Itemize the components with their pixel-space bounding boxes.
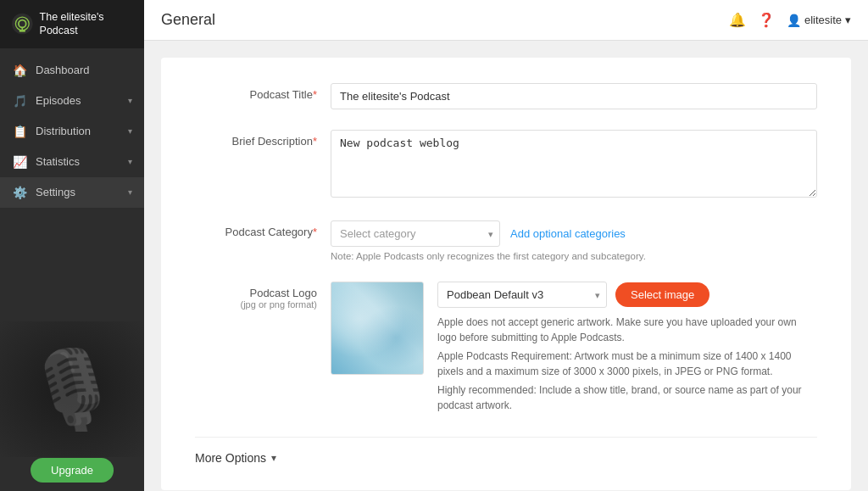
logo-content-row: Podbean Default v3 ▾ Select image Apple … [331,282,817,416]
logo-row: Podcast Logo (jpg or png format) Pod [195,282,817,416]
user-icon: 👤 [787,14,801,27]
more-options-label: More Options [195,451,266,465]
sidebar-item-settings[interactable]: ⚙️ Settings ▾ [0,177,144,208]
select-image-button[interactable]: Select image [615,282,709,307]
divider [195,437,817,438]
logo-style-select[interactable]: Podbean Default v3 [437,282,607,308]
sidebar-header: The elitesite's Podcast [0,0,144,48]
description-row: Brief Description* New podcast weblog [195,130,817,200]
description-label: Brief Description* [195,130,331,148]
bell-icon[interactable]: 🔔 [729,12,746,28]
main-content: General 🔔 ❓ 👤 elitesite ▾ Podcast Title* [144,0,868,491]
sidebar-item-dashboard[interactable]: 🏠 Dashboard [0,55,144,86]
sidebar-item-statistics[interactable]: 📈 Statistics ▾ [0,147,144,177]
podcast-title-label: Podcast Title* [195,83,331,101]
topbar-actions: 🔔 ❓ 👤 elitesite ▾ [729,12,851,28]
sidebar-item-episodes[interactable]: 🎵 Episodes ▾ [0,86,144,116]
sidebar-item-label: Settings [36,186,75,198]
upgrade-button[interactable]: Upgrade [31,458,114,483]
help-icon[interactable]: ❓ [758,12,775,28]
page-title: General [161,11,215,29]
sidebar-item-distribution[interactable]: 📋 Distribution ▾ [0,116,144,147]
logo-info-2: Apple Podcasts Requirement: Artwork must… [437,349,817,379]
category-control: Select category ▾ Add optional categorie… [331,220,817,261]
sidebar: The elitesite's Podcast 🏠 Dashboard 🎵 Ep… [0,0,144,491]
chevron-right-icon: ▾ [128,126,132,136]
category-select-wrap: Select category ▾ [331,220,500,247]
general-settings-card: Podcast Title* Brief Description* New po… [161,58,851,490]
podcast-logo-icon [12,12,33,36]
more-options-row[interactable]: More Options ▾ [195,451,817,465]
home-icon: 🏠 [12,64,27,77]
sidebar-item-label: Statistics [36,155,80,168]
sidebar-background-image: 🎙️ [0,321,144,457]
logo-info-1: Apple does not accept generic artwork. M… [437,315,817,345]
content-area: Podcast Title* Brief Description* New po… [144,41,868,491]
logo-preview-image [331,282,423,374]
podcast-title-control [331,83,817,109]
chevron-right-icon: ▾ [128,157,132,166]
sidebar-item-label: Distribution [36,125,91,137]
logo-label: Podcast Logo (jpg or png format) [195,282,331,310]
distribution-icon: 📋 [12,125,27,138]
topbar: General 🔔 ❓ 👤 elitesite ▾ [144,0,868,41]
logo-select-wrap: Podbean Default v3 ▾ [437,282,607,308]
more-options-arrow-icon: ▾ [271,452,276,464]
logo-preview [331,282,424,375]
logo-top-row: Podbean Default v3 ▾ Select image [437,282,817,308]
podcast-title-row: Podcast Title* [195,83,817,109]
statistics-icon: 📈 [12,155,27,169]
podcast-title-input[interactable] [331,83,817,109]
logo-info-text: Apple does not accept generic artwork. M… [437,315,817,416]
sidebar-podcast-title: The elitesite's Podcast [40,10,132,38]
user-menu[interactable]: 👤 elitesite ▾ [787,14,851,27]
sidebar-item-label: Dashboard [36,64,90,76]
settings-icon: ⚙️ [12,186,27,199]
category-select-row: Select category ▾ Add optional categorie… [331,220,817,247]
category-select[interactable]: Select category [331,220,500,247]
logo-info-3: Highly recommended: Include a show title… [437,382,817,413]
chevron-right-icon: ▾ [128,187,132,197]
category-note: Note: Apple Podcasts only recognizes the… [331,251,817,261]
logo-controls: Podbean Default v3 ▾ Select image Apple … [437,282,817,416]
user-label: elitesite [804,14,842,26]
episodes-icon: 🎵 [12,94,27,108]
chevron-right-icon: ▾ [128,96,132,105]
description-textarea[interactable]: New podcast weblog [331,130,817,198]
description-control: New podcast weblog [331,130,817,200]
logo-control: Podbean Default v3 ▾ Select image Apple … [331,282,817,416]
sidebar-item-label: Episodes [36,94,81,107]
add-categories-link[interactable]: Add optional categories [510,227,626,240]
logo-sub-label: (jpg or png format) [195,299,317,310]
category-row: Podcast Category* Select category ▾ Add … [195,220,817,261]
category-label: Podcast Category* [195,220,331,238]
user-menu-arrow-icon: ▾ [845,14,851,26]
